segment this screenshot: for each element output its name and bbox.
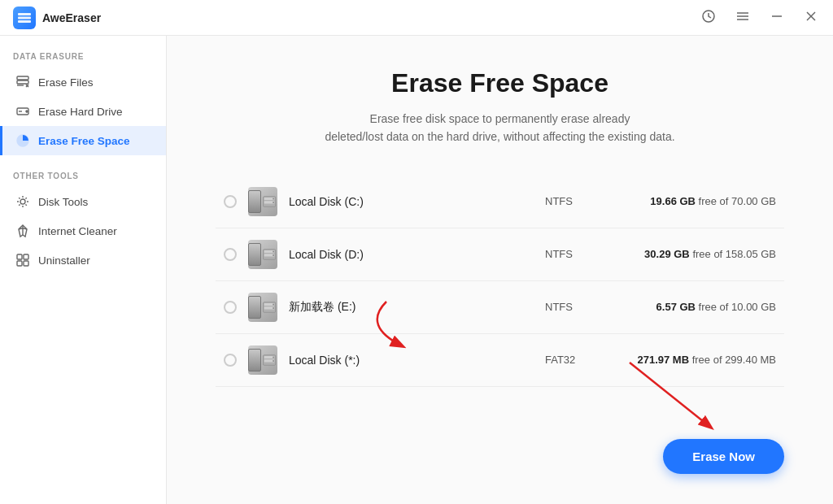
sidebar-label-erase-free-space: Erase Free Space: [38, 135, 130, 147]
disk-row: Local Disk (*:) FAT32 271.97 MB free of …: [216, 334, 784, 387]
window-controls: [700, 7, 820, 28]
disk-space-e: 6.57 GB free of 10.00 GB: [613, 301, 776, 313]
disk-icon-e: [248, 293, 277, 322]
svg-rect-21: [17, 254, 22, 259]
disk-icon-star: [248, 345, 277, 375]
sidebar-label-disk-tools: Disk Tools: [38, 196, 88, 208]
svg-point-35: [273, 254, 274, 256]
sidebar-label-uninstaller: Uninstaller: [38, 254, 90, 267]
app-logo: AweEraser: [13, 7, 700, 29]
disk-fs-d: NTFS: [545, 248, 602, 260]
disk-list: Local Disk (C:) NTFS 19.66 GB free of 70…: [216, 176, 784, 387]
erase-now-button[interactable]: Erase Now: [663, 439, 784, 474]
sidebar-item-uninstaller[interactable]: Uninstaller: [0, 245, 166, 275]
disk-row: Local Disk (C:) NTFS 19.66 GB free of 70…: [216, 176, 784, 228]
svg-rect-0: [18, 13, 31, 15]
svg-point-30: [273, 202, 274, 203]
app-logo-icon: [13, 7, 36, 29]
disk-icon-d: [248, 240, 277, 269]
menu-button[interactable]: [734, 7, 752, 28]
svg-point-40: [273, 307, 274, 309]
sidebar-item-erase-free-space[interactable]: Erase Free Space: [0, 126, 166, 155]
disk-name-c: Local Disk (C:): [289, 195, 534, 208]
disk-radio-e[interactable]: [224, 301, 237, 314]
sidebar-section-other-tools: OTHER TOOLS: [0, 172, 166, 187]
sidebar-item-erase-files[interactable]: Erase Files: [0, 67, 166, 97]
svg-rect-23: [17, 261, 22, 266]
erase-hard-drive-icon: [15, 104, 30, 119]
disk-radio-star[interactable]: [224, 354, 237, 367]
sidebar-item-internet-cleaner[interactable]: Internet Cleaner: [0, 216, 166, 245]
sidebar-label-erase-hard-drive: Erase Hard Drive: [38, 106, 123, 118]
svg-rect-11: [17, 80, 28, 84]
disk-tools-icon: [15, 194, 30, 209]
svg-rect-24: [24, 261, 28, 266]
svg-rect-2: [18, 20, 31, 23]
svg-point-44: [273, 356, 274, 358]
svg-point-16: [26, 111, 28, 112]
disk-row: 新加载卷 (E:) NTFS 6.57 GB free of 10.00 GB: [216, 281, 784, 334]
erase-free-space-icon: [15, 133, 30, 148]
svg-rect-10: [17, 76, 28, 80]
disk-fs-e: NTFS: [545, 301, 602, 313]
content-area: Erase Free Space Erase free disk space t…: [167, 36, 833, 504]
sidebar: DATA ERASURE Erase Files: [0, 36, 167, 504]
minimize-button[interactable]: [768, 7, 786, 28]
svg-point-34: [273, 250, 274, 252]
page-subtitle: Erase free disk space to permanently era…: [216, 110, 784, 146]
svg-rect-1: [18, 16, 31, 19]
history-button[interactable]: [700, 7, 717, 28]
uninstaller-icon: [15, 253, 30, 267]
disk-space-d: 30.29 GB free of 158.05 GB: [613, 248, 776, 260]
main-layout: DATA ERASURE Erase Files: [0, 36, 833, 504]
svg-rect-22: [24, 254, 28, 259]
disk-space-c: 19.66 GB free of 70.00 GB: [613, 195, 776, 207]
disk-space-star: 271.97 MB free of 299.40 MB: [613, 354, 776, 366]
erase-files-icon: [15, 75, 30, 89]
sidebar-section-data-erasure: DATA ERASURE: [0, 52, 166, 67]
close-button[interactable]: [802, 7, 820, 28]
disk-fs-star: FAT32: [545, 354, 602, 366]
disk-name-star: Local Disk (*:): [289, 354, 534, 367]
sidebar-label-erase-files: Erase Files: [38, 76, 94, 89]
svg-point-29: [273, 198, 274, 199]
internet-cleaner-icon: [15, 224, 30, 238]
disk-radio-d[interactable]: [224, 248, 237, 261]
app-title: AweEraser: [42, 11, 101, 24]
disk-name-e: 新加载卷 (E:): [289, 300, 534, 315]
disk-radio-c[interactable]: [224, 195, 237, 208]
disk-row: Local Disk (D:) NTFS 30.29 GB free of 15…: [216, 228, 784, 281]
sidebar-label-internet-cleaner: Internet Cleaner: [38, 225, 117, 237]
sidebar-item-disk-tools[interactable]: Disk Tools: [0, 187, 166, 216]
sidebar-item-erase-hard-drive[interactable]: Erase Hard Drive: [0, 97, 166, 126]
svg-point-45: [273, 360, 274, 362]
svg-point-39: [273, 303, 274, 305]
disk-icon-c: [248, 187, 277, 216]
disk-fs-c: NTFS: [545, 195, 602, 207]
disk-name-d: Local Disk (D:): [289, 248, 534, 261]
svg-point-19: [20, 199, 25, 204]
title-bar: AweEraser: [0, 0, 833, 36]
bottom-area: Erase Now: [216, 419, 784, 474]
page-title: Erase Free Space: [216, 68, 784, 98]
